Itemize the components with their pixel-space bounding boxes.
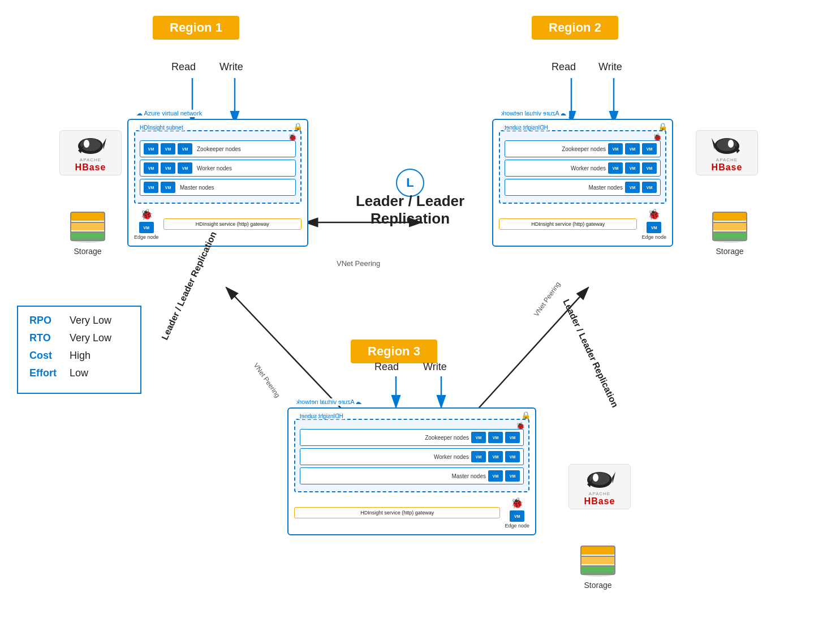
metrics-box: RPO Very Low RTO Very Low Cost High Effo… [17,306,141,394]
svg-rect-45 [581,546,615,555]
replication-left-label: Leader / Leader Replication [159,276,197,342]
replication-right-label: Leader / Leader Replication [561,298,599,364]
svg-marker-44 [612,472,615,483]
svg-point-39 [713,237,747,243]
svg-rect-37 [713,222,747,223]
worker-row-3: VM VM VM Worker nodes [300,448,524,465]
cluster1-azure-box: ☁ Azure virtual network 🔒 HDInsight subn… [127,119,308,247]
cluster3-azure-box: ☁ Azure virtual network 🔒 HDInsight subn… [287,407,536,535]
zookeeper-row-3: VM VM VM Zookeeper nodes [300,429,524,446]
svg-point-18 [84,140,89,148]
region3-write-label: Write [423,361,447,373]
svg-point-41 [589,473,610,485]
svg-point-29 [717,139,737,151]
svg-rect-38 [713,231,747,233]
svg-marker-32 [712,138,715,149]
svg-point-30 [728,140,734,148]
svg-rect-46 [581,556,615,564]
svg-rect-26 [71,231,105,233]
replication-horizontal-label: Leader / Leader Replication [339,192,481,227]
svg-rect-34 [713,222,747,230]
region1-read-label: Read [171,61,196,73]
region2-read-label: Read [552,61,576,73]
svg-text:VNet Peering: VNet Peering [252,362,282,399]
hbase-logo-3: APACHE HBase [568,464,631,509]
storage-icon-3: Storage [578,543,618,590]
svg-rect-33 [713,212,747,221]
worker-row-2: VM VM VM Worker nodes [505,160,661,177]
svg-rect-25 [71,222,105,223]
master-row-3: VM VM Master nodes [300,467,524,484]
svg-rect-50 [581,565,615,566]
storage-icon-1: Storage [68,209,107,256]
master-row-1: VM VM Master nodes [140,179,296,196]
storage-icon-2: Storage [710,209,749,256]
svg-text:VNet Peering: VNet Peering [532,280,562,317]
worker-row-1: VM VM VM Worker nodes [140,160,296,177]
region1-badge: Region 1 [153,16,239,40]
svg-point-42 [593,474,598,482]
master-row-2: VM VM Master nodes [505,179,661,196]
region2-badge: Region 2 [532,16,618,40]
region3-read-label: Read [374,361,399,373]
svg-rect-49 [581,556,615,557]
region3-badge: Region 3 [351,340,437,363]
svg-rect-22 [71,222,105,230]
region2-write-label: Write [598,61,622,73]
svg-point-17 [80,139,101,151]
svg-point-51 [581,571,615,577]
zookeeper-row-1: VM VM VM Zookeeper nodes [140,140,296,157]
zookeeper-row-2: VM VM VM Zookeeper nodes [505,140,661,157]
region1-write-label: Write [219,61,243,73]
hbase-logo-1: APACHE HBase [59,130,122,175]
svg-point-27 [71,237,105,243]
cluster2-azure-box: ☁ Azure virtual network 🔒 HDInsight subn… [492,119,673,247]
svg-text:VNet Peering: VNet Peering [337,259,380,268]
hbase-logo-2: APACHE HBase [696,130,758,175]
svg-marker-20 [103,138,106,149]
svg-rect-21 [71,212,105,221]
